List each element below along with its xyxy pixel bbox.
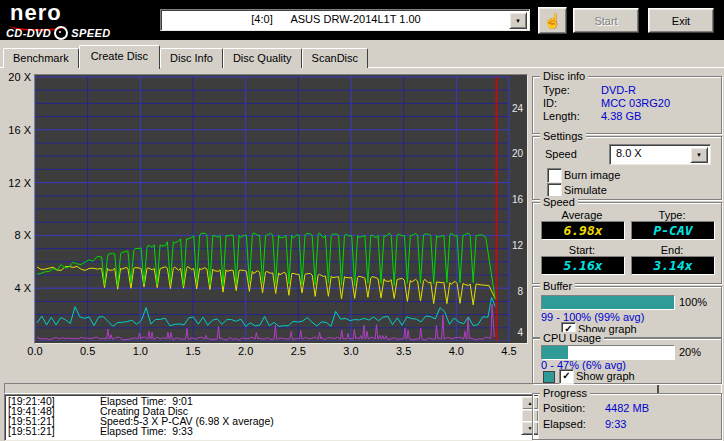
- speed-label: Speed: [545, 148, 577, 160]
- tab-disc-info[interactable]: Disc Info: [160, 48, 223, 68]
- x-axis-tick: 2.5: [286, 345, 310, 357]
- disc-info-group: Disc info Type: DVD-R ID: MCC 03RG20 Len…: [532, 76, 722, 134]
- progress-group: Progress Position: 4482 MB Elapsed: 9:33: [532, 393, 722, 440]
- x-axis-tick: 0.5: [76, 345, 100, 357]
- type-label: Type:: [631, 209, 713, 221]
- cpu-show-graph-checkbox[interactable]: ✓: [559, 369, 574, 384]
- elapsed-label: Elapsed:: [543, 418, 586, 430]
- speed-select-value: 8.0 X: [616, 147, 642, 159]
- burn-image-label: Burn image: [564, 169, 620, 181]
- hand-icon: ☝: [543, 12, 562, 30]
- position-marker[interactable]: [657, 384, 659, 393]
- left-axis-tick: 4 X: [4, 282, 31, 294]
- drive-select-value: [4:0] ASUS DRW-2014L1T 1.00: [161, 13, 511, 25]
- position-value: 4482 MB: [605, 402, 649, 414]
- simulate-label: Simulate: [564, 184, 607, 196]
- start-speed-value: 5.16x: [541, 256, 625, 275]
- left-axis-tick: 12 X: [4, 177, 31, 189]
- cpu-usage-bar: [541, 345, 675, 360]
- right-axis-tick: 4: [510, 327, 523, 338]
- cpu-title: CPU Usage: [540, 332, 604, 345]
- product-logo: CD-DVD SPEED: [6, 26, 110, 40]
- right-axis-tick: 16: [510, 194, 523, 205]
- tab-disc-quality[interactable]: Disc Quality: [223, 48, 302, 68]
- disc-id-value: MCC 03RG20: [601, 97, 670, 109]
- cpu-show-graph-label: Show graph: [576, 370, 635, 382]
- disc-length-value: 4.38 GB: [601, 110, 641, 122]
- buffer-level-fill: [542, 296, 674, 309]
- drive-select[interactable]: [4:0] ASUS DRW-2014L1T 1.00 ▼: [160, 9, 530, 31]
- average-speed-value: 6.98x: [541, 221, 625, 240]
- buffer-range: 99 - 100% (99% avg): [541, 311, 644, 323]
- buffer-group: Buffer 100% 99 - 100% (99% avg) ✓ Show g…: [532, 286, 722, 338]
- buffer-level-bar: [541, 295, 675, 310]
- disc-id-label: ID:: [543, 97, 557, 109]
- left-axis-tick: 16 X: [4, 124, 31, 136]
- log-entry-text: Elapsed Time: 9:33: [100, 426, 193, 436]
- log-entry-time: [19:51:21]: [8, 426, 100, 436]
- start-button[interactable]: Start: [573, 8, 639, 33]
- start-label: Start:: [541, 244, 623, 256]
- x-axis-tick: 4.5: [497, 345, 521, 357]
- cpu-usage-fill: [542, 346, 568, 359]
- log-rows: [19:21:40]Elapsed Time: 9:01[19:41:48]Cr…: [8, 396, 535, 436]
- x-axis-tick: 1.5: [181, 345, 205, 357]
- right-axis-tick: 12: [510, 240, 523, 251]
- x-axis-tick: 3.5: [392, 345, 416, 357]
- end-speed-value: 3.14x: [631, 256, 715, 275]
- end-label: End:: [631, 244, 713, 256]
- elapsed-value: 9:33: [605, 418, 626, 430]
- x-axis-tick: 1.0: [128, 345, 152, 357]
- settings-title: Settings: [540, 130, 586, 143]
- tab-benchmark[interactable]: Benchmark: [3, 48, 79, 68]
- log-entry[interactable]: [19:51:21]Speed:5-3 X P-CAV (6.98 X aver…: [8, 416, 535, 426]
- toolbar: nero CD-DVD SPEED [4:0] ASUS DRW-2014L1T…: [0, 0, 724, 40]
- drive-select-arrow[interactable]: ▼: [509, 12, 527, 29]
- progress-title: Progress: [540, 387, 590, 400]
- tab-create-disc[interactable]: Create Disc: [79, 45, 160, 69]
- cpu-group: CPU Usage 20% 0 - 47% (6% avg) ✓ Show gr…: [532, 338, 722, 384]
- cpu-graph-color-swatch: [543, 371, 555, 383]
- disc-length-label: Length:: [543, 110, 580, 122]
- x-axis-tick: 2.0: [234, 345, 258, 357]
- buffer-percent: 100%: [679, 296, 707, 308]
- speed-chart: 2420161284: [34, 74, 528, 344]
- right-axis-tick: 24: [510, 103, 523, 114]
- speed-type-value: P-CAV: [631, 221, 715, 240]
- burn-image-checkbox[interactable]: [547, 168, 562, 183]
- disc-type-label: Type:: [543, 84, 570, 96]
- settings-group: Settings Speed 8.0 X ▼ Burn image Simula…: [532, 136, 722, 200]
- cpu-percent: 20%: [679, 346, 701, 358]
- disc-icon: [54, 26, 68, 40]
- chevron-down-icon: ▼: [515, 18, 521, 24]
- tab-scandisc[interactable]: ScanDisc: [302, 48, 368, 68]
- exit-button[interactable]: Exit: [648, 8, 714, 33]
- speed-group-title: Speed: [540, 196, 578, 209]
- log-entry[interactable]: [19:51:21]Elapsed Time: 9:33: [8, 426, 535, 436]
- right-axis-tick: 20: [510, 148, 523, 159]
- chevron-down-icon: ▼: [696, 152, 702, 158]
- product-name-part2: SPEED: [71, 27, 110, 39]
- speed-select-arrow[interactable]: ▼: [690, 147, 708, 163]
- buffer-title: Buffer: [540, 280, 575, 293]
- speed-group: Speed Average 6.98x Type: P-CAV Start: 5…: [532, 202, 722, 284]
- x-axis-tick: 0.0: [23, 345, 47, 357]
- left-axis-tick: 20 X: [4, 71, 31, 83]
- position-label: Position:: [543, 402, 585, 414]
- disc-type-value: DVD-R: [601, 84, 636, 96]
- right-axis-tick: 8: [510, 286, 523, 297]
- drive-tool-button[interactable]: ☝: [538, 7, 567, 34]
- tab-bar: BenchmarkCreate DiscDisc InfoDisc Qualit…: [3, 45, 368, 69]
- x-axis-tick: 4.0: [444, 345, 468, 357]
- left-axis-tick: 8 X: [4, 229, 31, 241]
- log-entry[interactable]: [19:21:40]Elapsed Time: 9:01: [8, 396, 535, 406]
- disc-info-title: Disc info: [540, 70, 588, 83]
- product-name-part1: CD-DVD: [6, 27, 51, 39]
- app-window: nero CD-DVD SPEED [4:0] ASUS DRW-2014L1T…: [0, 0, 724, 441]
- average-label: Average: [541, 209, 623, 221]
- log-list[interactable]: [19:21:40]Elapsed Time: 9:01[19:41:48]Cr…: [4, 394, 539, 441]
- x-axis-tick: 3.0: [339, 345, 363, 357]
- speed-select[interactable]: 8.0 X ▼: [609, 144, 711, 165]
